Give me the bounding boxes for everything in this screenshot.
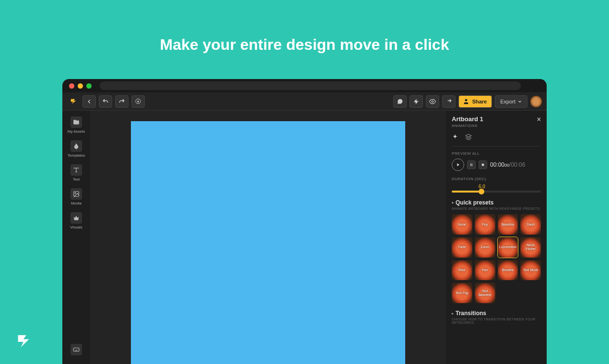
svg-rect-7: [482, 164, 484, 166]
preset-label: None: [457, 223, 467, 227]
preset-label: Baseline: [500, 223, 515, 227]
preset-dash[interactable]: Dash: [520, 214, 541, 235]
panel-subtitle: ANIMATIONS: [452, 124, 483, 128]
close-panel-button[interactable]: ×: [537, 115, 541, 123]
image-icon: [70, 188, 82, 200]
quick-presets-title: Quick presets: [456, 199, 493, 206]
svg-point-0: [137, 101, 139, 102]
svg-point-1: [432, 101, 433, 102]
transitions-title: Transitions: [456, 310, 486, 317]
preset-baseline[interactable]: Baseline: [498, 214, 518, 235]
duration-label: DURATION (SEC): [452, 177, 541, 181]
sidebar-item-label: Media: [71, 201, 82, 205]
pause-button[interactable]: [467, 160, 476, 169]
panel-tabs: [452, 132, 541, 147]
preset-label: Breathe: [501, 268, 515, 272]
stop-button[interactable]: [479, 160, 487, 169]
chevron-right-icon: ▸: [452, 311, 454, 316]
time-display: 00:0000/00:06: [490, 161, 525, 168]
transitions-header[interactable]: ▸ Transitions: [452, 310, 541, 317]
tab-layers[interactable]: [465, 134, 472, 142]
window-title-bar: [62, 79, 547, 92]
quick-presets-header[interactable]: ▾ Quick presets: [452, 199, 541, 206]
window-minimize-icon[interactable]: [78, 83, 83, 89]
export-button[interactable]: Export: [495, 95, 527, 108]
svg-rect-5: [470, 163, 471, 166]
preset-label: Pop: [481, 223, 489, 227]
sidebar-item-label: My Assets: [68, 129, 85, 134]
sidebar-item-media[interactable]: Media: [70, 186, 82, 207]
preset-label: Neon Flicker: [520, 243, 541, 250]
sidebar-item-templates[interactable]: Templates: [68, 138, 85, 159]
brand-logo-icon: [15, 332, 32, 351]
redo-button[interactable]: [115, 95, 129, 108]
duration-value: 6.0: [479, 184, 541, 189]
sidebar-item-label: Visuals: [70, 225, 82, 229]
preset-pop[interactable]: Pop: [475, 214, 495, 235]
back-button[interactable]: [82, 95, 96, 108]
preset-label: Text Block: [522, 268, 539, 272]
preset-label: Locomotion: [498, 245, 517, 249]
preset-grid: NonePopBaselineDashFadeZoomLocomotionNeo…: [452, 214, 541, 303]
droplet-icon: [70, 140, 82, 152]
sidebar-item-visuals[interactable]: Visuals: [70, 210, 82, 231]
left-sidebar: My Assets Templates Text Media Visuals: [62, 111, 90, 364]
undo-button[interactable]: [99, 95, 112, 108]
comments-button[interactable]: [393, 95, 407, 108]
preset-label: Text Pop: [455, 291, 469, 295]
crown-icon: [70, 212, 82, 224]
preset-none[interactable]: None: [452, 214, 472, 235]
preset-label: Fade: [457, 245, 467, 249]
preset-zoom[interactable]: Zoom: [475, 237, 495, 258]
duration-slider[interactable]: [452, 191, 541, 193]
app-toolbar: Share Export: [62, 92, 547, 111]
preview-button[interactable]: [426, 95, 439, 108]
share-button[interactable]: Share: [458, 95, 492, 108]
text-icon: [70, 164, 82, 176]
bolt-button[interactable]: [410, 95, 423, 108]
sidebar-item-text[interactable]: Text: [70, 162, 82, 183]
play-button[interactable]: [452, 159, 464, 171]
preset-breathe[interactable]: Breathe: [498, 260, 518, 281]
svg-point-3: [75, 193, 76, 193]
animations-panel: Artboard 1 ANIMATIONS × PREVIEW ALL 00:0…: [446, 111, 547, 364]
app-window: Share Export My Assets Templates Text: [62, 79, 547, 364]
browser-url-bar[interactable]: [100, 81, 521, 90]
preset-rise[interactable]: Rise: [452, 260, 472, 281]
preview-label: PREVIEW ALL: [452, 151, 541, 156]
preset-label: Dash: [526, 223, 535, 227]
settings-button[interactable]: [131, 95, 145, 108]
window-maximize-icon[interactable]: [86, 83, 92, 89]
window-close-icon[interactable]: [69, 83, 74, 89]
sidebar-item-label: Templates: [68, 153, 85, 158]
sidebar-item-label: Text: [73, 177, 80, 182]
preset-fade[interactable]: Fade: [452, 237, 472, 258]
artboard[interactable]: [131, 121, 405, 364]
svg-rect-4: [73, 348, 79, 352]
preset-label: Text Baseline: [475, 289, 495, 296]
preset-text-block[interactable]: Text Block: [520, 260, 541, 281]
keyboard-icon[interactable]: [70, 344, 82, 355]
preset-neon-flicker[interactable]: Neon Flicker: [520, 237, 541, 258]
export-label: Export: [500, 99, 515, 104]
quick-presets-desc: ANIMATE ARTBOARD WITH READYMADE PRESETS.: [452, 207, 541, 210]
preset-locomotion[interactable]: Locomotion: [498, 237, 518, 258]
preset-pan[interactable]: Pan: [475, 260, 495, 281]
forward-button[interactable]: [442, 95, 456, 108]
user-avatar[interactable]: [530, 96, 542, 107]
app-logo-icon[interactable]: [67, 95, 80, 108]
transitions-desc: CHOOSE HOW TO TRANSITION BETWEEN YOUR AR…: [452, 318, 541, 324]
canvas-area[interactable]: [90, 111, 446, 364]
preset-label: Pan: [481, 268, 489, 272]
slider-thumb[interactable]: [479, 189, 484, 194]
chevron-down-icon: ▾: [452, 201, 454, 205]
preset-label: Zoom: [480, 245, 490, 249]
share-label: Share: [472, 99, 487, 104]
sidebar-item-assets[interactable]: My Assets: [68, 114, 85, 136]
panel-title: Artboard 1: [452, 115, 483, 123]
preset-text-baseline[interactable]: Text Baseline: [475, 283, 495, 303]
preset-label: Rise: [457, 268, 466, 272]
preset-text-pop[interactable]: Text Pop: [452, 283, 472, 303]
playback-controls: 00:0000/00:06: [452, 159, 541, 171]
tab-magic[interactable]: [452, 134, 458, 142]
